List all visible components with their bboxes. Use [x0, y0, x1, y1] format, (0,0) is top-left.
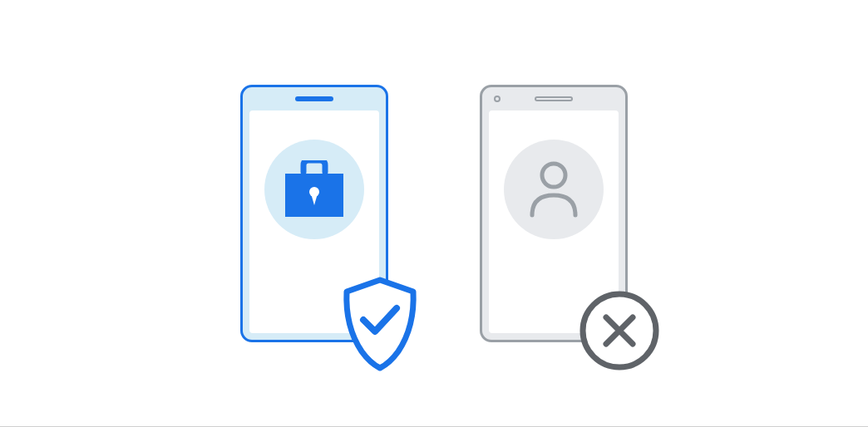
svg-point-2	[542, 164, 565, 187]
shield-check-badge	[338, 277, 422, 375]
personal-phone-top-bar	[482, 87, 625, 110]
briefcase-lock-icon	[282, 160, 347, 218]
personal-device-group	[480, 85, 628, 342]
person-icon	[527, 160, 580, 218]
work-phone-top-bar	[243, 87, 386, 110]
circle-x-icon	[578, 289, 661, 372]
comparison-diagram	[0, 0, 868, 427]
personal-phone-speaker	[535, 96, 573, 101]
circle-x-badge	[578, 289, 661, 375]
personal-icon-circle	[504, 140, 604, 239]
shield-check-icon	[338, 277, 422, 372]
work-device-group	[240, 85, 388, 342]
work-phone-speaker	[295, 96, 333, 101]
work-icon-circle	[264, 140, 364, 239]
personal-phone-camera	[494, 96, 501, 102]
